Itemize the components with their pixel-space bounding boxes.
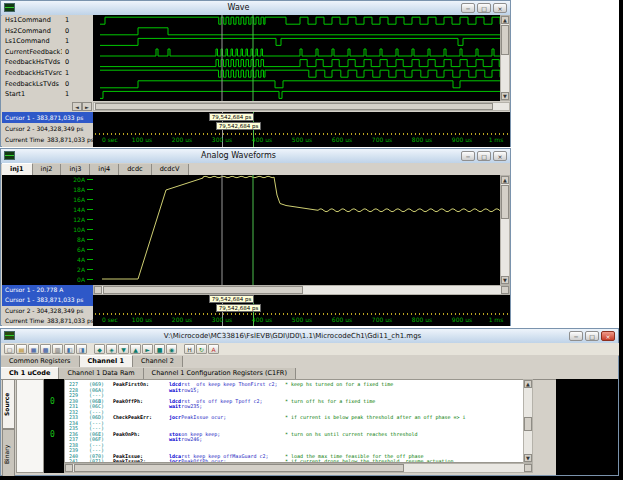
signal-name[interactable]: Ls1Command [2, 36, 62, 47]
wave-titlebar[interactable]: Wave ─ □ × [1, 1, 510, 16]
microcode-window: V:\Microcode\MC33816\FslEVB\GDI\ID0\1.1\… [0, 328, 619, 476]
scroll-up-icon[interactable]: ▲ [524, 380, 532, 388]
channel-tab[interactable]: Channel 2 [133, 356, 183, 367]
execution-marker[interactable]: 0 [50, 398, 55, 406]
analog-y-axis: 20A18A16A14A12A10A8A6A4A2A0A [2, 175, 93, 285]
code-vertical-scrollbar[interactable]: ▲ ▼ [523, 379, 533, 463]
signal-name[interactable]: Hs2Command [2, 26, 62, 37]
analog-plot-area[interactable] [93, 175, 500, 285]
view-tab[interactable]: Channel 1 Configuration Registers (C1FR) [144, 368, 296, 379]
maximize-button[interactable]: □ [477, 151, 491, 161]
timeline-label: 700 us [372, 136, 392, 143]
timeline-label: 1 ms [489, 136, 504, 143]
toolbar-print-icon[interactable]: ▥ [52, 344, 63, 354]
digital-trace [100, 60, 500, 67]
timeline-label: 500 us [292, 136, 312, 143]
names-scroll-right-icon[interactable]: ► [82, 102, 92, 111]
wave-horizontal-scrollbar[interactable] [93, 102, 510, 111]
toolbar-stop-icon[interactable]: ■ [154, 344, 165, 354]
analog-window-icon [4, 151, 15, 160]
execution-marker[interactable]: 0 [50, 431, 55, 439]
wave-current-time-row: Current Time 383,871,033 ps [2, 134, 96, 147]
channel-tab[interactable]: Channel 1 [80, 355, 133, 367]
minimize-button[interactable]: ─ [461, 3, 475, 13]
analog-titlebar[interactable]: Analog Waveforms ─ □ × [1, 149, 510, 164]
view-tab[interactable]: Ch 1 uCode [1, 367, 59, 379]
scroll-left-icon[interactable] [65, 464, 73, 472]
toolbar-window-tile-icon[interactable]: ◧ [64, 344, 75, 354]
minimize-button[interactable]: ─ [569, 331, 583, 341]
side-tab-binary[interactable]: Binary [2, 429, 15, 479]
digital-trace [100, 38, 500, 45]
analog-tab-inj2[interactable]: inj2 [33, 164, 62, 175]
analog-cursor-amp-row[interactable]: Cursor 1 - 20.778 A [2, 285, 96, 295]
scroll-right-icon[interactable] [524, 464, 532, 472]
timeline-label: 300 us [212, 136, 232, 143]
toolbar-save-all-icon[interactable]: ▩ [40, 344, 51, 354]
toolbar-open-file-icon[interactable]: ▤ [16, 344, 27, 354]
code-titlebar[interactable]: V:\Microcode\MC33816\FslEVB\GDI\ID0\1.1\… [1, 329, 618, 344]
scroll-up-icon[interactable]: ▲ [501, 176, 509, 184]
maximize-button[interactable]: □ [585, 331, 599, 341]
toolbar-verify-icon[interactable]: ◉ [166, 344, 177, 354]
side-tab-source[interactable]: Source [2, 379, 15, 429]
names-scroll-left-icon[interactable]: ◄ [72, 102, 82, 111]
close-button[interactable]: × [601, 331, 615, 341]
scroll-down-icon[interactable]: ▼ [501, 92, 509, 100]
y-axis-label: 14A [73, 206, 85, 213]
analog-horizontal-scrollbar[interactable] [93, 285, 510, 295]
wave-signal-names[interactable]: Hs1CommandHs2CommandLs1CommandCurrentFee… [2, 15, 63, 101]
scroll-right-icon[interactable] [501, 286, 509, 294]
code-view-side-tabs[interactable]: SourceBinaryHex [2, 379, 16, 473]
toolbar-hex-mode-icon[interactable]: H [184, 344, 195, 354]
minimize-button[interactable]: ─ [461, 151, 475, 161]
code-editor-area[interactable]: 227(069)PeakFirstOn:ldcd rst _ofs keep k… [64, 379, 523, 463]
maximize-button[interactable]: □ [477, 3, 491, 13]
close-button[interactable]: × [493, 3, 507, 13]
scroll-up-icon[interactable]: ▲ [501, 16, 509, 24]
toolbar-run-icon[interactable]: ► [142, 344, 153, 354]
toolbar-save-file-icon[interactable]: ▦ [28, 344, 39, 354]
scroll-down-icon[interactable]: ▼ [501, 276, 509, 284]
timeline-label: 100 us [132, 136, 152, 143]
analog-timeline-strip[interactable]: 79,542,684 ps 79,542,684 ps 0 sec100 us2… [93, 295, 510, 326]
wave-plot-area[interactable] [93, 15, 500, 101]
analog-vertical-scrollbar[interactable]: ▲ ▼ [500, 175, 510, 285]
code-horizontal-scrollbar[interactable] [64, 463, 533, 473]
toolbar-upload-icon[interactable]: ▲ [130, 344, 141, 354]
toolbar-assemble-icon[interactable]: A [208, 344, 219, 354]
analog-tab-inj3[interactable]: inj3 [61, 164, 90, 175]
toolbar-refresh-icon[interactable]: ↻ [196, 344, 207, 354]
scroll-down-icon[interactable]: ▼ [524, 454, 532, 462]
signal-name[interactable]: FeedbackHsTVds [2, 57, 62, 68]
close-button[interactable]: × [493, 151, 507, 161]
analog-current-time-row: Current Time 383,871,033 ps [2, 316, 96, 326]
current-time-value: 383,871,033 ps [47, 134, 94, 145]
toolbar-build-all-icon[interactable]: ◈ [106, 344, 117, 354]
signal-name[interactable]: Start1 [2, 89, 62, 100]
toolbar-download-icon[interactable]: ▼ [118, 344, 129, 354]
analog-tab-dcdcV[interactable]: dcdcV [152, 164, 189, 175]
analog-tab-inj1[interactable]: inj1 [2, 163, 33, 175]
signal-name[interactable]: FeedbackLsTVds [2, 79, 62, 90]
toolbar-new-file-icon[interactable]: ▢ [4, 344, 15, 354]
signal-name[interactable]: Hs1Command [2, 15, 62, 26]
wave-cursor1-row[interactable]: Cursor 1 - 383,871,033 ps [2, 112, 96, 123]
channel-tab[interactable]: Common Registers [1, 356, 80, 367]
toolbar-window-cascade-icon[interactable]: ◨ [76, 344, 87, 354]
digital-trace [100, 17, 500, 24]
wave-timeline-labels: 0 sec100 us200 us300 us400 us500 us600 u… [93, 136, 510, 146]
wave-window-title: Wave [17, 1, 460, 15]
analog-tab-inj4[interactable]: inj4 [90, 164, 119, 175]
scroll-left-icon[interactable] [94, 286, 102, 294]
wave-timeline-strip[interactable]: 79,542,684 ps 79,542,684 ps 0 sec100 us2… [93, 112, 510, 147]
wave-vertical-scrollbar[interactable]: ▲ ▼ [500, 15, 510, 101]
timeline-label: 600 us [332, 136, 352, 143]
toolbar-compile-icon[interactable]: ◆ [94, 344, 105, 354]
signal-name[interactable]: CurrentFeedback1 [2, 47, 62, 58]
analog-tab-dcdc[interactable]: dcdc [119, 164, 151, 175]
signal-name[interactable]: FeedbackHsTVsrc [2, 68, 62, 79]
view-tab[interactable]: Channel 1 Data Ram [59, 368, 143, 379]
breakpoint-strip[interactable]: 00 [44, 379, 64, 473]
analog-cursor1-row[interactable]: Cursor 1 - 383,871,033 ps [2, 295, 96, 306]
